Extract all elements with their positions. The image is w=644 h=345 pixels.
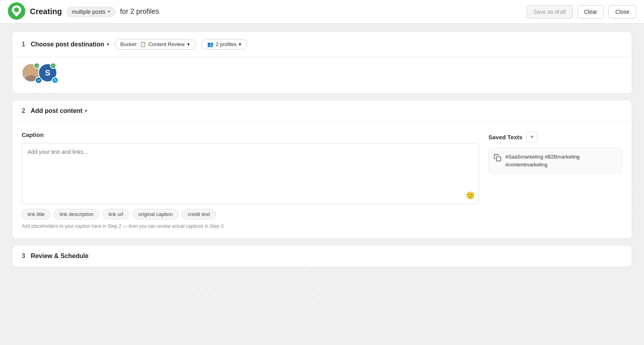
step1-title[interactable]: Choose post destination ▾ [31, 41, 109, 48]
step3-number: 3 [22, 253, 25, 260]
for-profiles-label: for 2 profiles [120, 7, 159, 16]
step1-chevron-icon: ▾ [107, 42, 109, 47]
close-button[interactable]: Close [609, 5, 636, 18]
main-content: 1 Choose post destination ▾ Bucket: 📋 Co… [0, 24, 644, 275]
tag-credit-text[interactable]: credit text [182, 209, 215, 220]
step3-title: Review & Schedule [31, 253, 89, 260]
post-type-badge[interactable]: multiple posts ▾ [67, 7, 115, 17]
bucket-prefix: Bucket: [121, 41, 137, 47]
profile2-avatar-wrapper: S ✓ 𝕏 [38, 63, 59, 84]
profiles-chevron-icon: ▾ [239, 41, 241, 47]
step2-title[interactable]: Add post content ▾ [31, 107, 87, 114]
saved-text-content: #SaaSmarketing #B2Bmarketing #contentmar… [505, 153, 617, 168]
step2-header: 2 Add post content ▾ [12, 100, 632, 122]
step2-number: 2 [22, 107, 25, 114]
step2-body: Caption 🙂 link title link description li… [12, 122, 632, 238]
profiles-row: ✓ in S ✓ 𝕏 [22, 63, 622, 84]
header: Creating multiple posts ▾ for 2 profiles… [0, 0, 644, 24]
caption-left: Caption 🙂 link title link description li… [22, 131, 479, 229]
saved-texts-label: Saved Texts [488, 134, 522, 140]
step1-number: 1 [22, 41, 25, 48]
step3-card-partial: 3 Review & Schedule [12, 245, 632, 267]
step1-header: 1 Choose post destination ▾ Bucket: 📋 Co… [12, 32, 632, 57]
clear-button[interactable]: Clear [577, 5, 604, 18]
add-saved-text-button[interactable]: + [526, 131, 537, 142]
placeholder-hint: Add placeholders to your caption here in… [22, 223, 479, 229]
tag-link-title[interactable]: link title [22, 209, 50, 220]
step2-card: 2 Add post content ▾ Caption 🙂 link titl… [12, 100, 632, 239]
app-logo [8, 2, 25, 21]
caption-section: Caption 🙂 link title link description li… [22, 131, 622, 229]
post-type-label: multiple posts [72, 9, 106, 15]
tag-link-description[interactable]: link description [54, 209, 99, 220]
svg-point-1 [14, 7, 19, 12]
post-type-chevron-icon: ▾ [108, 9, 110, 14]
svg-rect-5 [497, 157, 501, 161]
tag-original-caption[interactable]: original caption [132, 209, 178, 220]
profile2-network-badge: 𝕏 [52, 77, 59, 84]
profiles-count: 2 profiles [216, 41, 237, 47]
saved-texts-panel: Saved Texts + #SaaSmarketing #B2Bmarketi… [488, 131, 622, 229]
tag-link-url[interactable]: link url [102, 209, 129, 220]
step1-body: ✓ in S ✓ 𝕏 [12, 57, 632, 93]
copy-icon[interactable] [494, 154, 501, 164]
caption-textarea-wrapper: 🙂 [22, 143, 479, 204]
bucket-emoji: 📋 [140, 41, 146, 47]
saved-texts-header: Saved Texts + [488, 131, 622, 142]
bucket-name: Content Review [148, 41, 185, 47]
saved-text-item: #SaaSmarketing #B2Bmarketing #contentmar… [488, 148, 622, 173]
placeholder-tags: link title link description link url ori… [22, 209, 479, 220]
caption-label: Caption [22, 131, 479, 138]
bucket-selector[interactable]: Bucket: 📋 Content Review ▾ [115, 39, 196, 50]
step1-card: 1 Choose post destination ▾ Bucket: 📋 Co… [12, 31, 632, 94]
caption-input[interactable] [22, 143, 479, 202]
profiles-selector[interactable]: 👥 2 profiles ▾ [201, 39, 248, 50]
bucket-chevron-icon: ▾ [187, 41, 190, 47]
profile2-check-badge: ✓ [50, 63, 56, 69]
step2-chevron-icon: ▾ [85, 108, 87, 114]
svg-point-4 [28, 67, 35, 74]
profiles-icon: 👥 [207, 41, 213, 47]
emoji-button[interactable]: 🙂 [466, 191, 475, 200]
save-draft-button[interactable]: Save as draft [527, 5, 573, 18]
creating-label: Creating [30, 7, 62, 16]
